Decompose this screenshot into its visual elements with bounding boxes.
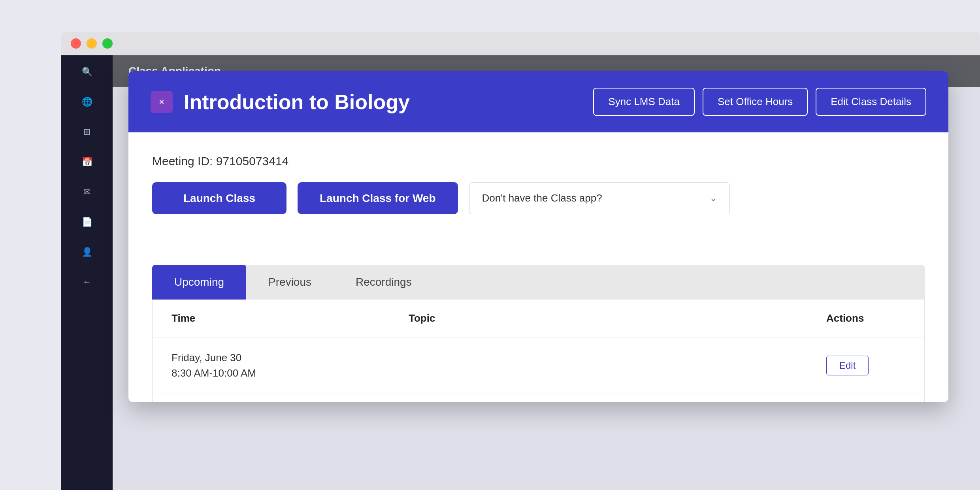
sidebar: 🔍 🌐 ⊞ 📅 ✉ 📄 👤 ← xyxy=(61,55,113,490)
document-icon[interactable]: 📄 xyxy=(78,213,96,231)
close-window-button[interactable] xyxy=(71,38,81,49)
tab-upcoming[interactable]: Upcoming xyxy=(152,265,246,300)
class-detail-modal: × Introduction to Biology Sync LMS Data … xyxy=(128,71,948,402)
sync-lms-button[interactable]: Sync LMS Data xyxy=(593,88,695,116)
meeting-id-label: Meeting ID: 97105073414 xyxy=(152,155,925,168)
mail-icon[interactable]: ✉ xyxy=(78,183,96,201)
modal-header: × Introduction to Biology Sync LMS Data … xyxy=(128,71,948,132)
tab-recordings[interactable]: Recordings xyxy=(334,265,434,300)
user-icon[interactable]: 👤 xyxy=(78,243,96,261)
app-window: Class Application 🔍 🌐 ⊞ 📅 ✉ 📄 👤 ← xyxy=(61,32,980,490)
modal-close-button[interactable]: × xyxy=(151,91,173,113)
search-icon[interactable]: 🔍 xyxy=(78,63,96,81)
launch-class-button[interactable]: Launch Class xyxy=(152,182,286,214)
edit-class-details-button[interactable]: Edit Class Details xyxy=(816,88,926,116)
modal-header-actions: Sync LMS Data Set Office Hours Edit Clas… xyxy=(593,88,926,116)
class-app-dropdown-text: Don't have the Class app? xyxy=(482,192,602,204)
tabs-content: Time Topic Actions Friday, June 30 8:30 … xyxy=(152,300,925,402)
title-bar xyxy=(61,32,980,55)
calendar-icon[interactable]: 📅 xyxy=(78,153,96,171)
sidebar-item-document[interactable]: 📄 xyxy=(78,213,96,231)
maximize-window-button[interactable] xyxy=(102,38,113,49)
back-icon[interactable]: ← xyxy=(78,273,96,291)
modal-overlay: × Introduction to Biology Sync LMS Data … xyxy=(113,55,980,490)
sidebar-item-back[interactable]: ← xyxy=(78,273,96,291)
sidebar-item-mail[interactable]: ✉ xyxy=(78,183,96,201)
modal-header-left: × Introduction to Biology xyxy=(151,90,410,114)
sidebar-item-search[interactable]: 🔍 xyxy=(78,63,96,81)
sidebar-item-calendar[interactable]: 📅 xyxy=(78,153,96,171)
tabs-section: Upcoming Previous Recordings Time Topic … xyxy=(152,265,925,402)
set-office-hours-button[interactable]: Set Office Hours xyxy=(703,88,808,116)
launch-buttons-group: Launch Class Launch Class for Web Don't … xyxy=(152,182,925,214)
table-row: Friday, June 30 8:30 AM-10:00 AM Edit xyxy=(153,337,924,394)
table-header: Time Topic Actions xyxy=(153,300,924,337)
column-header-time: Time xyxy=(172,312,409,324)
modal-title: Introduction to Biology xyxy=(184,90,410,114)
sidebar-item-grid[interactable]: ⊞ xyxy=(78,123,96,141)
chevron-down-icon: ⌄ xyxy=(710,193,717,204)
row-actions: Edit xyxy=(826,356,905,375)
column-header-actions: Actions xyxy=(826,312,905,324)
sidebar-item-globe[interactable]: 🌐 xyxy=(78,93,96,111)
modal-body: Meeting ID: 97105073414 Launch Class Lau… xyxy=(128,132,948,249)
tab-previous[interactable]: Previous xyxy=(246,265,334,300)
edit-row-button[interactable]: Edit xyxy=(826,356,869,375)
grid-icon[interactable]: ⊞ xyxy=(78,123,96,141)
row-time-range: 8:30 AM-10:00 AM xyxy=(172,366,409,381)
row-time-date: Friday, June 30 xyxy=(172,350,409,366)
globe-icon[interactable]: 🌐 xyxy=(78,93,96,111)
sidebar-item-user[interactable]: 👤 xyxy=(78,243,96,261)
column-header-topic: Topic xyxy=(409,312,826,324)
launch-class-web-button[interactable]: Launch Class for Web xyxy=(298,182,458,214)
minimize-window-button[interactable] xyxy=(87,38,97,49)
row-time: Friday, June 30 8:30 AM-10:00 AM xyxy=(172,350,409,381)
class-app-dropdown[interactable]: Don't have the Class app? ⌄ xyxy=(469,182,730,214)
tabs-header: Upcoming Previous Recordings xyxy=(152,265,925,300)
